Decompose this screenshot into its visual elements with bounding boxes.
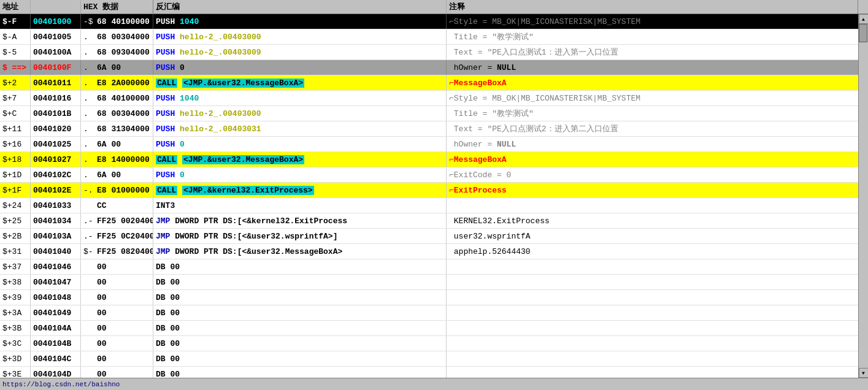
cell-hex-data: E8 2A000000 [94, 75, 153, 90]
table-row[interactable]: $+16 00401025 . 6A 00 PUSH 0 hOwner = NU… [0, 137, 868, 152]
table-row[interactable]: $+24 00401033 CC INT3 [0, 198, 868, 213]
scrollbar-thumb[interactable] [859, 24, 867, 42]
cell-hexaddr: 0040102E [31, 183, 81, 197]
status-url: https://blog.csdn.net/baishno [2, 381, 120, 388]
cell-offset: $+3D [0, 351, 31, 366]
cell-hex-data: 00 [94, 321, 153, 335]
cell-hex-label [81, 275, 94, 289]
cell-hex-data: 6A 00 [94, 167, 153, 182]
cell-hexaddr: 0040102C [31, 167, 81, 182]
cell-comment: user32.wsprintfA [447, 229, 868, 243]
table-row[interactable]: $+1F 0040102E -. E8 01000000 CALL <JMP.&… [0, 183, 868, 198]
header-hex: HEX 数据 [81, 0, 153, 13]
cell-disasm: DB 00 [153, 305, 447, 320]
cell-hex-label: . [81, 106, 94, 121]
cell-hex-label [81, 305, 94, 320]
table-row[interactable]: $+7 00401016 . 68 40100000 PUSH 1040 ⌐St… [0, 91, 868, 106]
table-row[interactable]: $+37 00401046 00 DB 00 [0, 259, 868, 275]
table-row[interactable]: $+3A 00401049 00 DB 00 [0, 305, 868, 321]
cell-hex-label: $- [81, 244, 94, 259]
table-row[interactable]: $+31 00401040 $- FF25 08204000 JMP DWORD… [0, 244, 868, 259]
cell-offset: $+3A [0, 305, 31, 320]
cell-offset: $+3E [0, 367, 31, 378]
cell-comment: ⌐ExitProcess [447, 183, 868, 197]
cell-disasm: PUSH 0 [153, 167, 447, 182]
cell-offset: $+38 [0, 275, 31, 289]
table-row[interactable]: $-F 00401000 -$ 68 40100000 PUSH 1040 ⌐S… [0, 14, 868, 29]
table-row[interactable]: $+3B 0040104A 00 DB 00 [0, 321, 868, 336]
cell-hex-label [81, 336, 94, 351]
cell-comment [447, 305, 868, 320]
cell-offset: $+11 [0, 121, 31, 136]
cell-comment: KERNEL32.ExitProcess [447, 213, 868, 228]
cell-hexaddr: 0040104C [31, 351, 81, 366]
header-comment: 注释 [447, 0, 858, 13]
cell-comment [447, 321, 868, 335]
table-row-current[interactable]: $ ==> 0040100F . 6A 00 PUSH 0 hOwner = N… [0, 60, 868, 75]
cell-hex-label [81, 259, 94, 274]
cell-hexaddr: 0040104B [31, 336, 81, 351]
table-row[interactable]: $+3C 0040104B 00 DB 00 [0, 336, 868, 351]
table-row[interactable]: $+3D 0040104C 00 DB 00 [0, 351, 868, 367]
cell-offset: $+31 [0, 244, 31, 259]
cell-disasm: PUSH hello-2_.00403009 [153, 45, 447, 59]
header-disasm: 反汇编 [153, 0, 447, 13]
cell-hexaddr: 00401020 [31, 121, 81, 136]
cell-hex-label: .- [81, 229, 94, 243]
cell-offset: $+2 [0, 75, 31, 90]
cell-hex-data: E8 01000000 [94, 183, 153, 197]
table-row[interactable]: $-5 0040100A . 68 09304000 PUSH hello-2_… [0, 45, 868, 60]
cell-comment [447, 351, 868, 366]
cell-hex-label: . [81, 91, 94, 105]
cell-hexaddr: 00401005 [31, 29, 81, 44]
cell-hexaddr: 00401000 [31, 14, 81, 29]
table-row[interactable]: $+38 00401047 00 DB 00 [0, 275, 868, 290]
cell-hexaddr: 00401016 [31, 91, 81, 105]
scrollbar-up-button[interactable]: ▲ [859, 14, 869, 24]
disasm-window: 地址 HEX 数据 反汇编 注释 $-F 00401000 -$ 68 4010… [0, 0, 868, 390]
table-row[interactable]: $+2B 0040103A .- FF25 0C204000 JMP DWORD… [0, 229, 868, 244]
table-row[interactable]: $-A 00401005 . 68 00304000 PUSH hello-2_… [0, 29, 868, 45]
cell-disasm: DB 00 [153, 321, 447, 335]
cell-hex-label [81, 321, 94, 335]
table-row[interactable]: $+1D 0040102C . 6A 00 PUSH 0 ⌐ExitCode =… [0, 167, 868, 183]
table-row[interactable]: $+2 00401011 . E8 2A000000 CALL <JMP.&us… [0, 75, 868, 91]
scrollbar-track[interactable] [859, 24, 869, 368]
cell-hex-data: 68 00304000 [94, 29, 153, 44]
cell-comment: ⌐MessageBoxA [447, 75, 868, 90]
cell-hexaddr: 0040100F [31, 60, 81, 75]
cell-hex-data: 00 [94, 367, 153, 378]
cell-disasm: JMP DWORD PTR DS:[<&kernel32.ExitProcess [153, 213, 447, 228]
cell-comment [447, 198, 868, 213]
cell-hex-data: 68 40100000 [94, 14, 153, 29]
cell-hex-data: 6A 00 [94, 137, 153, 151]
scrollbar[interactable]: ▲ ▼ [858, 14, 868, 378]
cell-comment: Title = "教学测试" [447, 106, 868, 121]
table-row[interactable]: $+C 0040101B . 68 00304000 PUSH hello-2_… [0, 106, 868, 121]
cell-hex-label: . [81, 45, 94, 59]
table-row[interactable]: $+18 00401027 . E8 14000000 CALL <JMP.&u… [0, 152, 868, 167]
table-row[interactable]: $+11 00401020 . 68 31304000 PUSH hello-2… [0, 121, 868, 137]
cell-hex-data: E8 14000000 [94, 152, 153, 167]
cell-comment: ⌐ExitCode = 0 [447, 167, 868, 182]
table-row[interactable]: $+25 00401034 .- FF25 00204000 JMP DWORD… [0, 213, 868, 229]
cell-hex-data: 00 [94, 275, 153, 289]
cell-disasm: DB 00 [153, 259, 447, 274]
cell-offset: $-A [0, 29, 31, 44]
table-row[interactable]: $+39 00401048 00 DB 00 [0, 290, 868, 305]
cell-hexaddr: 00401034 [31, 213, 81, 228]
cell-comment: ⌐Style = MB_OK|MB_ICONASTERISK|MB_SYSTEM [447, 14, 868, 29]
cell-offset: $+1D [0, 167, 31, 182]
cell-comment: Text = "PE入口点测试1：进入第一入口位置 [447, 45, 868, 59]
cell-offset: $+39 [0, 290, 31, 305]
cell-comment: ⌐MessageBoxA [447, 152, 868, 167]
cell-hexaddr: 0040104D [31, 367, 81, 378]
cell-hex-label: . [81, 137, 94, 151]
table-row[interactable]: $+3E 0040104D 00 DB 00 [0, 367, 868, 378]
cell-comment: Text = "PE入口点测试2：进入第二入口位置 [447, 121, 868, 136]
scrollbar-down-button[interactable]: ▼ [859, 368, 869, 378]
cell-disasm: PUSH hello-2_.00403031 [153, 121, 447, 136]
cell-disasm: DB 00 [153, 351, 447, 366]
cell-hex-data: FF25 08204000 [94, 244, 153, 259]
cell-hex-data: 68 09304000 [94, 45, 153, 59]
